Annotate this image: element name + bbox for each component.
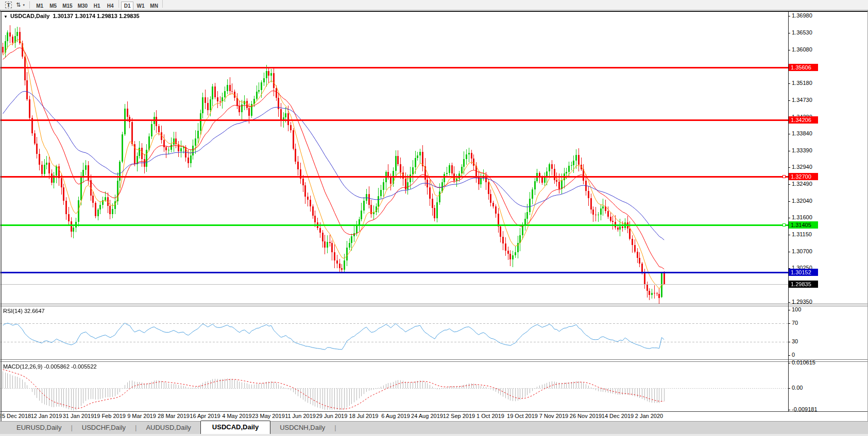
line-drag-handle[interactable]: [782, 223, 786, 226]
date-label: 2 Jan 2020: [627, 413, 671, 419]
current-price-line: [0, 284, 788, 285]
price-tick-label: 1.32040: [792, 198, 812, 204]
toolbar: T ⇅ ▼ M1M5M15M30H1H4D1W1MN: [0, 0, 868, 10]
macd-tick-mark: [788, 363, 790, 363]
horizontal-line-price-label[interactable]: 1.30152: [789, 269, 818, 276]
price-tick-mark: [788, 218, 790, 218]
price-tick-mark: [788, 100, 790, 101]
current-price-label: 1.29835: [789, 281, 818, 288]
macd-tick-label: 0.010615: [792, 359, 815, 366]
chart-tab-bar: EURUSD,Daily|USDCHF,Daily|AUDUSD,DailyUS…: [0, 421, 868, 434]
time-axis[interactable]: 25 Dec 201812 Jan 201931 Jan 201919 Feb …: [0, 412, 868, 421]
macd-label: MACD(12,26,9) -0.005862 -0.005522: [3, 363, 97, 370]
price-tick-label: 1.36530: [792, 29, 812, 36]
horizontal-line[interactable]: [0, 272, 788, 273]
macd-canvas[interactable]: [0, 362, 788, 411]
price-axis[interactable]: [788, 11, 868, 412]
price-tick-mark: [788, 151, 790, 151]
price-tick-label: 1.32940: [792, 164, 812, 170]
panel-separator[interactable]: [0, 359, 868, 362]
timeframe-button-M5[interactable]: M5: [47, 2, 59, 10]
rsi-tick-label: 100: [792, 306, 801, 313]
price-tick-mark: [788, 201, 790, 202]
rsi-canvas[interactable]: [0, 306, 788, 359]
rsi-tick-mark: [788, 323, 790, 324]
timeframe-button-H1[interactable]: H1: [91, 2, 103, 10]
price-tick-mark: [788, 16, 790, 16]
horizontal-line[interactable]: [0, 176, 788, 178]
chart-tab-audusd[interactable]: AUDUSD,Daily: [137, 422, 200, 434]
toolbar-separator: [29, 2, 30, 8]
horizontal-line-price-label[interactable]: 1.31405: [789, 221, 818, 229]
window-border: [0, 11, 868, 12]
collapse-arrow-icon[interactable]: ▼: [4, 14, 8, 19]
horizontal-line-price-label[interactable]: 1.32700: [789, 173, 818, 180]
price-tick-label: 1.33840: [792, 130, 812, 137]
macd-tick-mark: [788, 410, 790, 410]
text-tool-button[interactable]: T: [3, 1, 14, 9]
price-tick-mark: [788, 167, 790, 168]
text-tool-icon: T: [5, 2, 12, 8]
timeframe-button-M30[interactable]: M30: [76, 2, 90, 10]
price-tick-label: 1.31600: [792, 214, 812, 221]
window-border: [1, 11, 2, 421]
chart-symbol: USDCAD,Daily: [10, 13, 49, 19]
chart-tab-usdchf[interactable]: USDCHF,Daily: [73, 422, 135, 434]
chart-tab-usdcad[interactable]: USDCAD,Daily: [200, 421, 270, 434]
price-tick-label: 1.35180: [792, 80, 812, 86]
price-tick-label: 1.36080: [792, 46, 812, 53]
timeframe-button-M15[interactable]: M15: [60, 2, 74, 10]
dropdown-caret-icon: ▼: [22, 4, 25, 7]
price-tick-mark: [788, 235, 790, 235]
mt4-window: T ⇅ ▼ M1M5M15M30H1H4D1W1MN ▼USDCAD,Daily…: [0, 0, 868, 436]
panel-separator[interactable]: [0, 304, 868, 306]
price-tick-mark: [788, 33, 790, 33]
chart-title: ▼USDCAD,Daily 1.30137 1.30174 1.29813 1.…: [4, 13, 140, 19]
chart-quotes: 1.30137 1.30174 1.29813 1.29835: [53, 13, 139, 19]
horizontal-line-price-label[interactable]: 1.35606: [789, 64, 818, 71]
arrows-tool-button[interactable]: ⇅ ▼: [14, 1, 27, 9]
horizontal-line[interactable]: [0, 224, 788, 226]
price-tick-label: 1.32490: [792, 181, 812, 187]
line-drag-handle[interactable]: [782, 175, 786, 178]
timeframe-bar: M1M5M15M30H1H4D1W1MN: [33, 0, 164, 10]
price-chart-canvas[interactable]: [0, 11, 788, 304]
price-tick-label: 1.36980: [792, 12, 812, 19]
chart-tab-usdcnh[interactable]: USDCNH,Daily: [270, 422, 334, 434]
timeframe-button-W1[interactable]: W1: [134, 2, 147, 10]
timeframe-button-M1[interactable]: M1: [33, 2, 46, 10]
window-border: [0, 10, 1, 434]
timeframe-button-D1[interactable]: D1: [121, 2, 133, 10]
horizontal-line[interactable]: [0, 67, 788, 68]
toolbar-separator: [162, 0, 163, 8]
price-tick-mark: [788, 134, 790, 134]
price-tick-mark: [788, 83, 790, 84]
horizontal-line[interactable]: [0, 119, 788, 121]
price-tick-mark: [788, 252, 790, 252]
chart-tab-eurusd[interactable]: EURUSD,Daily: [7, 422, 71, 434]
timeframe-button-H4[interactable]: H4: [104, 2, 116, 10]
rsi-tick-label: 70: [792, 320, 798, 326]
macd-tick-label: -0.009181: [792, 406, 818, 413]
price-tick-mark: [788, 302, 790, 303]
price-tick-label: 1.34730: [792, 97, 812, 103]
arrows-icon: ⇅: [16, 2, 21, 8]
horizontal-line-price-label[interactable]: 1.34206: [789, 116, 818, 124]
macd-tick-label: 0.00: [792, 385, 803, 391]
rsi-tick-label: 30: [792, 338, 798, 345]
price-tick-mark: [788, 50, 790, 50]
rsi-tick-mark: [788, 342, 790, 342]
toolbar-separator: [118, 0, 119, 8]
rsi-tick-mark: [788, 310, 790, 310]
rsi-label: RSI(14) 32.6647: [3, 308, 45, 314]
price-tick-label: 1.30700: [792, 248, 812, 255]
rsi-tick-mark: [788, 355, 790, 356]
macd-tick-mark: [788, 388, 790, 389]
price-tick-label: 1.31150: [792, 231, 812, 238]
price-tick-mark: [788, 184, 790, 185]
price-tick-label: 1.29350: [792, 299, 812, 305]
tab-divider: |: [334, 422, 336, 434]
timeframe-button-MN[interactable]: MN: [148, 2, 160, 10]
status-strip: [0, 434, 868, 436]
rsi-tick-label: 0: [792, 352, 795, 358]
